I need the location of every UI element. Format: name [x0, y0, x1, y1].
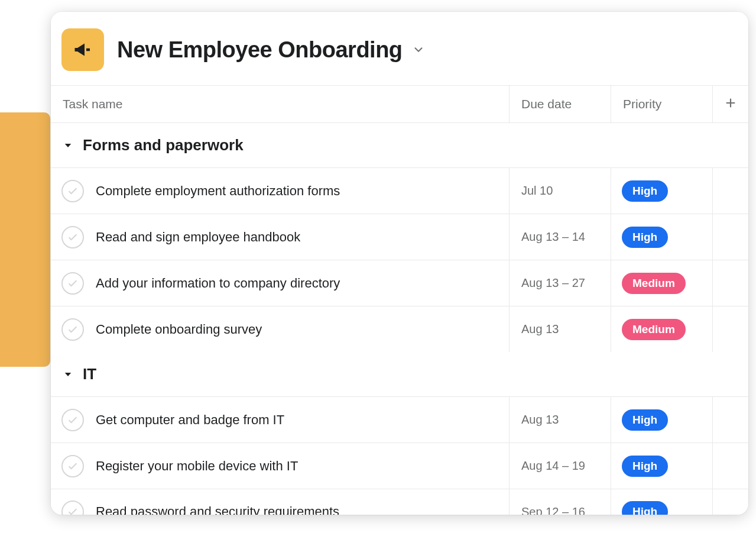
priority-badge: High	[622, 180, 668, 202]
caret-down-icon	[63, 369, 73, 380]
column-headers: Task name Due date Priority	[51, 85, 748, 123]
task-name: Read password and security requirements	[96, 504, 339, 515]
section-title: Forms and paperwork	[83, 136, 244, 154]
task-name: Add your information to company director…	[96, 276, 340, 291]
due-date-value: Aug 14 – 19	[521, 459, 585, 473]
project-title: New Employee Onboarding	[117, 37, 403, 63]
task-row[interactable]: Register your mobile device with IT Aug …	[51, 443, 748, 489]
priority-badge: Medium	[622, 319, 686, 340]
task-row[interactable]: Add your information to company director…	[51, 260, 748, 306]
complete-task-button[interactable]	[61, 409, 84, 431]
complete-task-button[interactable]	[61, 180, 84, 202]
task-name: Get computer and badge from IT	[96, 412, 284, 428]
complete-task-button[interactable]	[61, 318, 84, 341]
task-name: Register your mobile device with IT	[96, 458, 298, 474]
task-name: Complete employment authorization forms	[96, 183, 340, 199]
trailing-cell	[713, 489, 748, 515]
priority-badge: High	[622, 501, 668, 515]
add-column-button[interactable]	[713, 86, 748, 122]
complete-task-button[interactable]	[61, 455, 84, 477]
section-header[interactable]: Forms and paperwork	[51, 123, 748, 167]
priority-badge: High	[622, 456, 668, 477]
due-date-cell[interactable]: Jul 10	[510, 168, 611, 214]
priority-cell[interactable]: Medium	[611, 306, 713, 352]
priority-cell[interactable]: High	[611, 397, 713, 443]
task-name: Read and sign employee handbook	[96, 230, 300, 245]
task-name-cell: Get computer and badge from IT	[51, 397, 510, 443]
decorative-background	[0, 112, 50, 367]
trailing-cell	[713, 306, 748, 352]
plus-icon	[724, 96, 737, 112]
task-name-cell: Complete employment authorization forms	[51, 168, 510, 214]
megaphone-icon	[61, 28, 104, 71]
complete-task-button[interactable]	[61, 501, 84, 515]
task-name: Complete onboarding survey	[96, 322, 262, 337]
svg-rect-0	[86, 49, 90, 51]
priority-cell[interactable]: High	[611, 168, 713, 214]
trailing-cell	[713, 260, 748, 306]
priority-badge: High	[622, 409, 668, 431]
check-icon	[67, 231, 79, 243]
priority-cell[interactable]: High	[611, 443, 713, 489]
check-icon	[67, 324, 79, 335]
due-date-cell[interactable]: Aug 14 – 19	[510, 443, 611, 489]
priority-badge: Medium	[622, 273, 686, 294]
column-header-duedate[interactable]: Due date	[510, 86, 611, 122]
column-header-taskname[interactable]: Task name	[51, 86, 510, 122]
section-header[interactable]: IT	[51, 352, 748, 396]
due-date-value: Sep 12 – 16	[521, 505, 585, 515]
trailing-cell	[713, 168, 748, 214]
due-date-value: Aug 13 – 27	[521, 276, 585, 290]
due-date-cell[interactable]: Sep 12 – 16	[510, 489, 611, 515]
complete-task-button[interactable]	[61, 226, 84, 248]
due-date-value: Jul 10	[521, 184, 553, 198]
due-date-value: Aug 13 – 14	[521, 230, 585, 244]
trailing-cell	[713, 397, 748, 443]
priority-cell[interactable]: High	[611, 489, 713, 515]
due-date-cell[interactable]: Aug 13	[510, 397, 611, 443]
column-header-priority[interactable]: Priority	[611, 86, 713, 122]
priority-cell[interactable]: Medium	[611, 260, 713, 306]
task-name-cell: Add your information to company director…	[51, 260, 510, 306]
due-date-value: Aug 13	[521, 413, 559, 427]
check-icon	[67, 460, 79, 472]
task-row[interactable]: Complete onboarding survey Aug 13 Medium	[51, 306, 748, 352]
project-title-dropdown[interactable]: New Employee Onboarding	[117, 37, 425, 63]
priority-cell[interactable]: High	[611, 214, 713, 260]
chevron-down-icon	[412, 43, 425, 56]
section-title: IT	[83, 365, 96, 383]
due-date-cell[interactable]: Aug 13 – 27	[510, 260, 611, 306]
due-date-value: Aug 13	[521, 322, 559, 336]
task-row[interactable]: Get computer and badge from IT Aug 13 Hi…	[51, 396, 748, 443]
check-icon	[67, 506, 79, 515]
caret-down-icon	[63, 140, 73, 151]
project-header: New Employee Onboarding	[51, 12, 748, 85]
sections-container: Forms and paperwork Complete employment …	[51, 123, 748, 515]
priority-badge: High	[622, 227, 668, 248]
complete-task-button[interactable]	[61, 272, 84, 295]
due-date-cell[interactable]: Aug 13 – 14	[510, 214, 611, 260]
check-icon	[67, 185, 79, 197]
task-name-cell: Complete onboarding survey	[51, 306, 510, 352]
task-name-cell: Read and sign employee handbook	[51, 214, 510, 260]
check-icon	[67, 414, 79, 426]
task-name-cell: Read password and security requirements	[51, 489, 510, 515]
trailing-cell	[713, 214, 748, 260]
project-card: New Employee Onboarding Task name Due da…	[51, 12, 748, 515]
task-name-cell: Register your mobile device with IT	[51, 443, 510, 489]
task-row[interactable]: Read and sign employee handbook Aug 13 –…	[51, 214, 748, 260]
task-row[interactable]: Complete employment authorization forms …	[51, 167, 748, 214]
trailing-cell	[713, 443, 748, 489]
check-icon	[67, 277, 79, 289]
task-row[interactable]: Read password and security requirements …	[51, 489, 748, 515]
due-date-cell[interactable]: Aug 13	[510, 306, 611, 352]
